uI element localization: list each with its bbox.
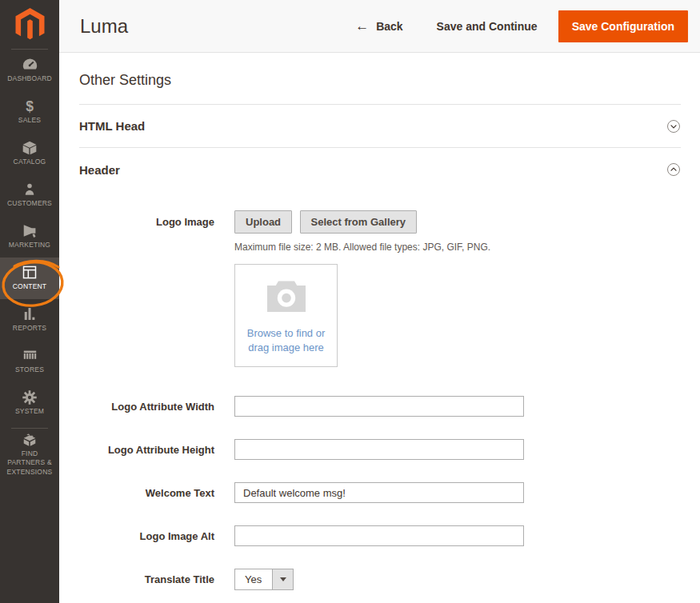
- dropzone-link[interactable]: Browse to find or drag image here: [241, 326, 332, 354]
- logo-image-row: Logo Image Upload Select from Gallery Ma…: [79, 210, 681, 367]
- sidebar-item-customers[interactable]: CUSTOMERS: [0, 174, 59, 216]
- logo-image-alt-row: Logo Image Alt: [79, 525, 681, 546]
- logo-attribute-width-label: Logo Attribute Width: [79, 401, 214, 413]
- sidebar-item-reports[interactable]: REPORTS: [0, 299, 59, 341]
- camera-icon: [261, 276, 312, 317]
- logo-image-label: Logo Image: [79, 210, 214, 367]
- sidebar-item-label: MARKETING: [9, 241, 50, 250]
- accordion-title: Header: [79, 163, 120, 177]
- content-icon: [22, 265, 38, 280]
- stores-icon: [22, 348, 38, 363]
- welcome-text-row: Welcome Text: [79, 482, 681, 503]
- header-settings-form: Logo Image Upload Select from Gallery Ma…: [79, 210, 681, 590]
- accordion-html-head[interactable]: HTML Head: [79, 105, 681, 148]
- main-content: Other Settings HTML Head Header Logo Ima…: [59, 53, 700, 603]
- sidebar-item-label: SALES: [18, 116, 41, 125]
- upload-button[interactable]: Upload: [234, 210, 292, 234]
- welcome-text-input[interactable]: [234, 482, 524, 503]
- sidebar-item-label: SYSTEM: [15, 407, 44, 416]
- logo-image-alt-input[interactable]: [234, 525, 524, 546]
- back-label: Back: [376, 20, 402, 33]
- page-title: Luma: [80, 15, 128, 38]
- reports-icon: [22, 306, 38, 321]
- chevron-up-icon[interactable]: [666, 162, 681, 177]
- logo-attribute-height-label: Logo Attribute Height: [79, 444, 214, 456]
- select-arrow[interactable]: [272, 569, 293, 589]
- sidebar-item-find-partners-extensions[interactable]: FIND PARTNERS & EXTENSIONS: [0, 432, 59, 477]
- logo-attribute-height-row: Logo Attribute Height: [79, 439, 681, 460]
- translate-title-row: Translate Title Yes: [79, 569, 681, 590]
- file-requirements-note: Maximum file size: 2 MB. Allowed file ty…: [234, 242, 490, 253]
- sidebar-item-marketing[interactable]: MARKETING: [0, 216, 59, 258]
- save-and-continue-label: Save and Continue: [437, 20, 538, 33]
- accordion-header[interactable]: Header: [79, 148, 681, 191]
- admin-sidebar: DASHBOARD $ SALES CATALOG CUSTOMERS: [0, 0, 59, 603]
- chevron-down-icon: [280, 577, 286, 581]
- sales-icon: $: [22, 98, 38, 114]
- customers-icon: [22, 182, 37, 197]
- sidebar-item-label: CONTENT: [13, 282, 46, 291]
- dashboard-icon: [22, 57, 38, 72]
- logo-image-alt-label: Logo Image Alt: [79, 530, 214, 542]
- header-actions: ← Back Save and Continue Save Configurat…: [355, 10, 688, 42]
- translate-title-label: Translate Title: [79, 573, 214, 585]
- page-header-bar: Luma ← Back Save and Continue Save Confi…: [59, 0, 700, 53]
- sidebar-item-label: STORES: [15, 365, 44, 374]
- sidebar-item-dashboard[interactable]: DASHBOARD: [0, 50, 59, 91]
- sidebar-item-label: DASHBOARD: [7, 74, 52, 83]
- sidebar-item-catalog[interactable]: CATALOG: [0, 133, 59, 174]
- save-configuration-button[interactable]: Save Configuration: [558, 10, 688, 42]
- save-and-continue-button[interactable]: Save and Continue: [437, 20, 538, 33]
- catalog-icon: [22, 140, 38, 155]
- svg-text:$: $: [26, 98, 34, 114]
- logo-attribute-height-input[interactable]: [234, 439, 524, 460]
- system-icon: [22, 389, 38, 405]
- magento-logo[interactable]: [0, 0, 59, 50]
- sidebar-item-system[interactable]: SYSTEM: [0, 382, 59, 424]
- magento-logo-icon: [15, 8, 45, 42]
- back-arrow-icon: ←: [355, 19, 369, 33]
- logo-image-field: Upload Select from Gallery Maximum file …: [234, 210, 490, 367]
- sidebar-divider: [11, 428, 48, 429]
- sidebar-item-label: CATALOG: [14, 158, 46, 166]
- sidebar-item-label: CUSTOMERS: [7, 199, 52, 208]
- logo-image-buttons: Upload Select from Gallery: [234, 210, 490, 234]
- sidebar-item-label: FIND PARTNERS & EXTENSIONS: [2, 449, 57, 476]
- logo-attribute-width-input[interactable]: [234, 396, 524, 417]
- select-value: Yes: [235, 569, 272, 589]
- welcome-text-label: Welcome Text: [79, 487, 214, 499]
- select-from-gallery-button[interactable]: Select from Gallery: [300, 210, 418, 234]
- accordion-title: HTML Head: [79, 119, 145, 133]
- section-heading: Other Settings: [79, 53, 681, 105]
- translate-title-select[interactable]: Yes: [234, 569, 294, 590]
- extensions-icon: [21, 432, 38, 447]
- marketing-icon: [22, 223, 38, 238]
- logo-attribute-width-row: Logo Attribute Width: [79, 396, 681, 417]
- chevron-down-icon[interactable]: [666, 119, 681, 134]
- sidebar-item-sales[interactable]: $ SALES: [0, 91, 59, 133]
- back-button[interactable]: ← Back: [355, 19, 402, 33]
- sidebar-item-stores[interactable]: STORES: [0, 341, 59, 382]
- sidebar-item-content[interactable]: CONTENT: [0, 258, 59, 299]
- image-dropzone[interactable]: Browse to find or drag image here: [234, 264, 338, 367]
- sidebar-item-label: REPORTS: [13, 324, 46, 333]
